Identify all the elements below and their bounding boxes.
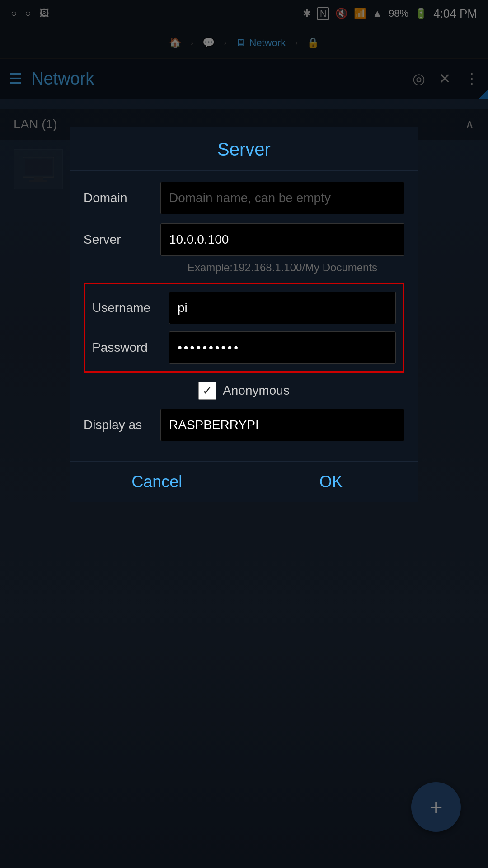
domain-row: Domain [84,182,404,214]
dialog-overlay: Server Domain Server Example:192.168.1.1… [0,0,488,868]
server-hint: Example:192.168.1.100/My Documents [84,261,404,274]
display-as-input[interactable] [160,409,404,441]
password-input[interactable] [169,331,396,364]
ok-button[interactable]: OK [244,462,418,502]
password-label: Password [92,340,169,355]
server-label: Server [84,232,160,247]
cancel-button[interactable]: Cancel [70,462,244,502]
domain-label: Domain [84,191,160,205]
dialog-title: Server [217,139,271,159]
anonymous-checkbox[interactable]: ✓ [198,382,216,400]
dialog-actions: Cancel OK [70,461,418,502]
username-row: Username [85,292,403,324]
server-dialog: Server Domain Server Example:192.168.1.1… [70,127,418,502]
dialog-body: Domain Server Example:192.168.1.100/My D… [70,171,418,461]
server-row: Server [84,223,404,256]
server-input[interactable] [160,223,404,256]
checkbox-check-icon: ✓ [202,384,212,398]
username-input[interactable] [169,292,396,324]
display-as-label: Display as [84,418,160,432]
password-row: Password [85,331,403,364]
domain-input[interactable] [160,182,404,214]
username-label: Username [92,301,169,315]
anonymous-row[interactable]: ✓ Anonymous [84,382,404,400]
anonymous-label: Anonymous [223,383,290,398]
dialog-header: Server [70,127,418,171]
display-as-row: Display as [84,409,404,441]
credentials-section: Username Password [84,283,404,373]
